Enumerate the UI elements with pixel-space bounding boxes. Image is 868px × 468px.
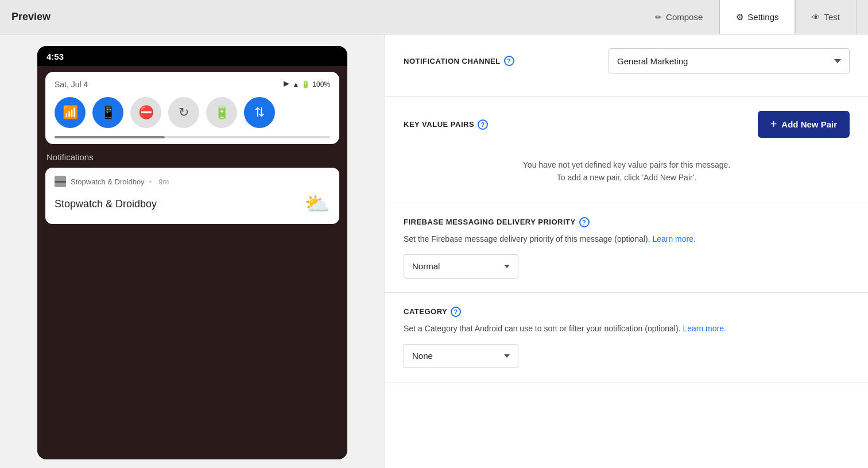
key-value-pairs-title: KEY VALUE PAIRS ?	[404, 119, 488, 130]
notif-body-row: Stopwatch & Droidboy ⛅	[55, 192, 330, 216]
notif-app-name: Stopwatch & Droidboy	[71, 177, 145, 186]
category-value: None	[412, 351, 433, 361]
key-value-pairs-section: KEY VALUE PAIRS ? + Add New Pair You hav…	[385, 97, 868, 203]
qs-buttons: 📶 📱 ⛔ ↻ 🔋	[55, 95, 330, 133]
empty-state-line1: You have not yet defined key value pairs…	[404, 158, 850, 171]
phone-mockup: 4:53 Sat, Jul 4 ⯈ ▲ 🔋 100%	[37, 46, 347, 459]
tab-compose[interactable]: Compose	[639, 0, 719, 34]
firebase-title: FIREBASE MESSAGING DELIVERY PRIORITY ?	[404, 217, 850, 227]
notifications-label: Notifications	[45, 152, 339, 162]
notification-channel-help-icon[interactable]: ?	[504, 56, 514, 66]
notif-title: Stopwatch & Droidboy	[55, 198, 157, 210]
signal-status-icon: ▲	[292, 80, 299, 88]
tab-settings[interactable]: Settings	[719, 0, 795, 34]
rotate-toggle[interactable]: ↻	[168, 97, 199, 128]
phone-time: 4:53	[46, 52, 64, 61]
settings-icon	[736, 12, 743, 22]
page-title: Preview	[11, 11, 51, 23]
category-help-icon[interactable]: ?	[451, 307, 461, 317]
key-value-help-icon[interactable]: ?	[478, 119, 488, 130]
tab-test-label: Test	[824, 12, 840, 22]
channel-dropdown-value: General Marketing	[617, 56, 688, 66]
preview-panel: 4:53 Sat, Jul 4 ⯈ ▲ 🔋 100%	[0, 34, 385, 468]
notification-card: Stopwatch & Droidboy • 9m Stopwatch & Dr…	[45, 168, 339, 224]
firebase-learn-more[interactable]: Learn more.	[652, 234, 695, 243]
notif-time: 9m	[158, 177, 169, 186]
battery-saver-icon: 🔋	[214, 105, 230, 120]
plus-icon: +	[770, 118, 777, 131]
notification-channel-dropdown[interactable]: General Marketing	[609, 48, 850, 74]
notification-channel-section: NOTIFICATION CHANNEL ? General Marketing	[385, 34, 868, 97]
firebase-section: FIREBASE MESSAGING DELIVERY PRIORITY ? S…	[385, 203, 868, 293]
firebase-priority-chevron	[504, 265, 510, 268]
tab-settings-label: Settings	[747, 12, 778, 22]
qs-status-icons: ⯈ ▲ 🔋 100%	[283, 80, 330, 88]
firebase-description: Set the Firebase message delivery priori…	[404, 233, 850, 245]
data-toggle[interactable]: ⇅	[244, 97, 275, 128]
notif-emoji: ⛅	[304, 192, 330, 216]
category-title: CATEGORY ?	[404, 307, 850, 317]
bluetooth-icon: 📱	[100, 105, 116, 120]
phone-status-bar: 4:53	[37, 46, 347, 66]
add-new-pair-label: Add New Pair	[781, 119, 837, 129]
battery-status-icon: 🔋	[301, 80, 310, 88]
notif-app-bar	[55, 181, 66, 183]
settings-panel: NOTIFICATION CHANNEL ? General Marketing…	[385, 34, 868, 468]
tab-test[interactable]: Test	[795, 0, 857, 34]
dnd-toggle[interactable]: ⛔	[130, 97, 161, 128]
rotate-icon: ↻	[179, 105, 189, 120]
notification-channel-title: NOTIFICATION CHANNEL ?	[404, 56, 514, 66]
category-description: Set a Category that Android can use to s…	[404, 323, 850, 335]
wifi-status-icon: ⯈	[283, 80, 290, 88]
quick-settings-card: Sat, Jul 4 ⯈ ▲ 🔋 100% 📶 📱	[45, 72, 339, 144]
category-chevron	[504, 354, 510, 358]
wifi-toggle[interactable]: 📶	[55, 97, 86, 128]
compose-icon	[655, 12, 662, 22]
main-layout: 4:53 Sat, Jul 4 ⯈ ▲ 🔋 100%	[0, 34, 868, 468]
battery-percent: 100%	[312, 80, 330, 88]
category-section: CATEGORY ? Set a Category that Android c…	[385, 293, 868, 382]
channel-dropdown-chevron	[834, 59, 841, 63]
firebase-help-icon[interactable]: ?	[579, 217, 590, 227]
qs-brightness-fill	[55, 136, 165, 138]
notif-app-icon	[55, 176, 66, 187]
bluetooth-toggle[interactable]: 📱	[92, 97, 123, 128]
tab-compose-label: Compose	[666, 12, 703, 22]
key-value-pairs-header: KEY VALUE PAIRS ? + Add New Pair	[404, 111, 850, 138]
notification-shade: Sat, Jul 4 ⯈ ▲ 🔋 100% 📶 📱	[37, 66, 347, 459]
notification-channel-header: NOTIFICATION CHANNEL ? General Marketing	[404, 48, 850, 74]
header-tabs: Compose Settings Test	[639, 0, 857, 34]
firebase-priority-value: Normal	[412, 261, 440, 271]
dnd-icon: ⛔	[138, 105, 154, 120]
notif-header-row: Stopwatch & Droidboy • 9m	[55, 176, 330, 187]
battery-saver-toggle[interactable]: 🔋	[206, 97, 237, 128]
qs-date: Sat, Jul 4	[55, 80, 88, 89]
empty-state-line2: To add a new pair, click 'Add New Pair'.	[404, 171, 850, 184]
data-icon: ⇅	[254, 105, 265, 120]
key-value-empty-state: You have not yet defined key value pairs…	[404, 147, 850, 189]
test-icon	[812, 12, 820, 22]
notif-dot: •	[149, 177, 152, 186]
header: Preview Compose Settings Test	[0, 0, 868, 34]
category-dropdown[interactable]: None	[404, 344, 518, 368]
firebase-priority-dropdown[interactable]: Normal	[404, 254, 518, 279]
wifi-icon: 📶	[63, 105, 78, 120]
add-new-pair-button[interactable]: + Add New Pair	[758, 111, 850, 138]
category-learn-more[interactable]: Learn more.	[683, 324, 726, 333]
qs-date-row: Sat, Jul 4 ⯈ ▲ 🔋 100%	[55, 80, 330, 89]
qs-brightness-slider[interactable]	[55, 136, 330, 138]
